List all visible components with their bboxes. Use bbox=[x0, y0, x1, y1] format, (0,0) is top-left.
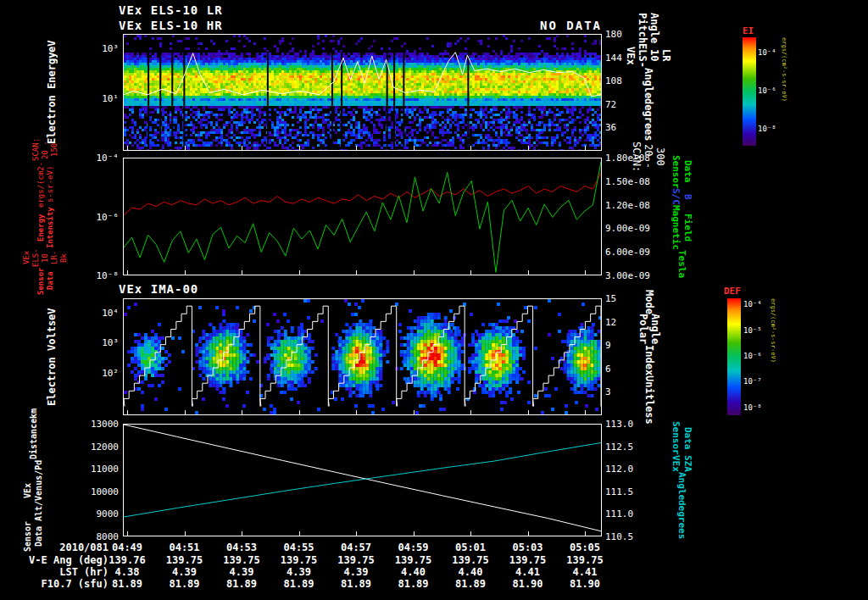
mag-right-tick-label: 1.50e-08 bbox=[605, 176, 650, 187]
mag-right-axis-title: Sensor DataS/C BMagnetic FieldTesla bbox=[670, 158, 693, 275]
table-value: 81.90 bbox=[565, 578, 605, 590]
axis-title-line: Energy Intensity bbox=[36, 208, 55, 249]
axis-title-line: SCAN: 20 - 150 bbox=[31, 138, 59, 161]
x-tick-mark bbox=[585, 531, 586, 536]
table-value: 4.40 bbox=[393, 566, 434, 578]
time-tick-label: 04:59 bbox=[393, 542, 434, 553]
table-value: 81.89 bbox=[164, 578, 205, 590]
x-tick-mark bbox=[470, 146, 471, 150]
table-value: 81.89 bbox=[393, 578, 434, 590]
mag-left-tick-label: 10⁻⁶ bbox=[76, 212, 119, 223]
x-tick-mark bbox=[470, 410, 471, 414]
orbit-left-tick-label: 11000 bbox=[76, 464, 119, 475]
x-tick-mark bbox=[127, 410, 128, 414]
table-value: 139.75 bbox=[393, 554, 434, 566]
axis-title-line: eV bbox=[46, 41, 58, 53]
axis-title-line: Electron Energy bbox=[46, 53, 58, 144]
x-tick-mark bbox=[528, 531, 529, 536]
table-value: 4.39 bbox=[164, 566, 205, 578]
ima-left-axis-title: Electron VoltseV bbox=[46, 298, 58, 415]
axis-title-line: Unitless bbox=[643, 375, 655, 425]
els-left-axis-title: Electron EnergyeV bbox=[46, 34, 58, 151]
table-value: 81.90 bbox=[508, 578, 548, 590]
x-tick-mark bbox=[242, 410, 242, 414]
ima-right-axis-title: ModePolar AngleIndexUnitless bbox=[637, 298, 661, 415]
ima-colorbar-tick-label: 10⁻⁸ bbox=[743, 403, 762, 412]
x-tick-mark bbox=[127, 531, 128, 536]
x-tick-mark bbox=[470, 531, 471, 536]
x-tick-mark bbox=[470, 270, 471, 275]
ima-colorbar-tick-label: 10⁻⁶ bbox=[743, 352, 762, 360]
axis-title-line: Index bbox=[643, 345, 655, 375]
time-tick-label: 05:05 bbox=[565, 542, 605, 553]
orbit-lineplot-canvas bbox=[124, 425, 601, 536]
mag-right-tick-label: 3.00e-09 bbox=[605, 270, 650, 281]
els-right-axis-title: Pitch AngleVEx ELS-10 LRAngledegreesSCAN… bbox=[625, 34, 672, 151]
table-value: 4.39 bbox=[279, 566, 320, 578]
row-label-ve-ang: V-E Ang (deg) bbox=[5, 554, 108, 566]
orbit-right-tick-label: 112.0 bbox=[605, 464, 633, 475]
x-tick-mark bbox=[356, 146, 357, 150]
ima-right-tick-label: 6 bbox=[605, 364, 611, 375]
mag-right-tick-label: 6.00e-09 bbox=[605, 247, 650, 258]
ima-right-tick-label: 12 bbox=[605, 317, 616, 328]
x-tick-mark bbox=[414, 270, 415, 275]
ei-colorbar bbox=[743, 37, 756, 146]
mag-right-tick-label: 9.00e-09 bbox=[605, 223, 650, 234]
els-right-tick-label: 108 bbox=[605, 75, 622, 86]
orbit-right-tick-label: 112.5 bbox=[605, 442, 633, 453]
els-spectrogram-canvas bbox=[124, 35, 601, 150]
axis-title-line: Sensor Data bbox=[36, 267, 55, 295]
ima-left-tick-label: 10³ bbox=[76, 337, 119, 348]
table-value: 139.76 bbox=[107, 554, 147, 566]
x-tick-mark bbox=[414, 531, 415, 536]
axis-title-line: Distance bbox=[28, 419, 39, 459]
x-tick-mark bbox=[299, 270, 300, 275]
table-value: 81.89 bbox=[336, 578, 376, 590]
table-value: 139.75 bbox=[164, 554, 205, 566]
axis-title-line: Electron Volts bbox=[46, 320, 58, 406]
x-tick-mark bbox=[356, 531, 357, 536]
orbit-right-axis-title: Sensor DataVEx SZAAngledegrees bbox=[670, 424, 693, 536]
time-tick-label: 05:03 bbox=[508, 542, 548, 553]
ima-left-tick-label: 10⁴ bbox=[76, 308, 119, 319]
els-colorbar-tick-label: 10⁻⁸ bbox=[758, 125, 776, 133]
axis-title-line: Polar Angle bbox=[637, 314, 661, 344]
mag-lineplot-canvas bbox=[124, 158, 601, 275]
axis-title-line: VEx ELS-10 LR-Bk bbox=[22, 248, 69, 267]
plot-page: VEx ELS-10 LR VEx ELS-10 HR NO DATA VEx … bbox=[0, 0, 868, 600]
axis-title-line: km bbox=[28, 408, 39, 419]
row-label-f107: F10.7 (sfu) bbox=[5, 578, 108, 590]
axis-title-line: Sensor Data bbox=[670, 421, 693, 455]
orbit-left-axis-title: Sensor DataVEx Alt/Venus/PdDistancekm bbox=[22, 424, 44, 536]
x-tick-mark bbox=[185, 270, 186, 275]
mag-left-tick-label: 10⁻⁴ bbox=[76, 153, 119, 164]
time-tick-label: 04:49 bbox=[107, 542, 147, 553]
time-tick-label: 04:51 bbox=[164, 542, 205, 553]
orbit-right-tick-label: 111.5 bbox=[605, 486, 633, 497]
x-tick-mark bbox=[528, 146, 529, 150]
axis-title-line: degrees bbox=[676, 500, 687, 539]
ima-spectrogram-canvas bbox=[124, 299, 601, 414]
x-tick-mark bbox=[242, 270, 242, 275]
ima-title: VEx IMA-00 bbox=[119, 282, 198, 296]
axis-title-line: Angle bbox=[643, 68, 654, 98]
x-tick-mark bbox=[299, 146, 300, 150]
table-value: 139.75 bbox=[508, 554, 548, 566]
table-value: 81.89 bbox=[450, 578, 491, 590]
table-value: 139.75 bbox=[565, 554, 605, 566]
date-label: 2010/081 bbox=[39, 542, 108, 553]
x-tick-mark bbox=[585, 146, 586, 150]
axis-title-line: S/C B bbox=[670, 188, 693, 205]
axis-title-line: Sensor Data bbox=[670, 155, 693, 189]
table-value: 139.75 bbox=[279, 554, 320, 566]
def-colorbar-title: DEF bbox=[724, 286, 741, 297]
els-left-tick-label: 10³ bbox=[76, 43, 119, 54]
els-lr-title: VEx ELS-10 LR bbox=[119, 3, 223, 17]
ei-colorbar-unit: ergs/(cm²-s-sr-eV) bbox=[781, 37, 787, 146]
axis-title-line: Tesla bbox=[676, 250, 687, 278]
mag-left-tick-label: 10⁻⁸ bbox=[76, 270, 119, 281]
table-value: 4.41 bbox=[508, 566, 548, 578]
els-right-tick-label: 144 bbox=[605, 53, 622, 64]
x-tick-mark bbox=[356, 410, 357, 414]
